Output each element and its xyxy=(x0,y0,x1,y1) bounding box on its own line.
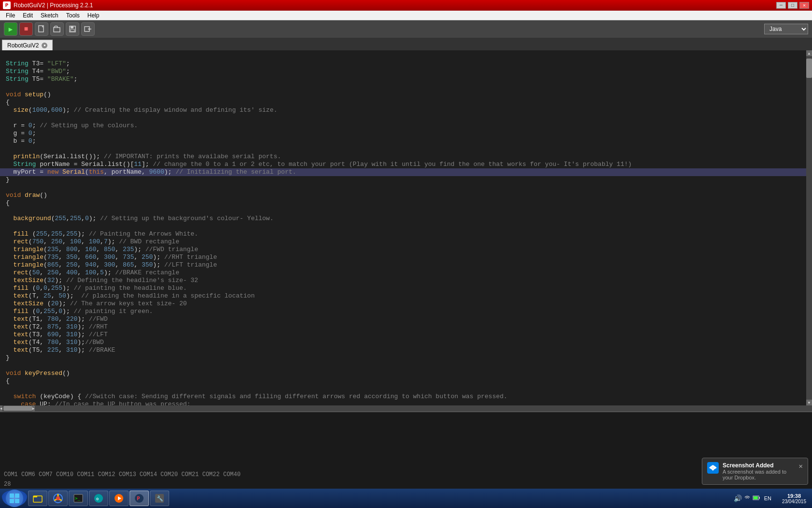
taskbar: >_ ⚙ P 🔧 🔊 xyxy=(0,489,812,508)
menu-file[interactable]: File xyxy=(2,12,19,19)
menu-tools[interactable]: Tools xyxy=(62,12,84,19)
svg-rect-7 xyxy=(10,493,14,498)
run-button[interactable]: ▶ xyxy=(4,22,17,36)
taskbar-processing-button[interactable]: P xyxy=(130,491,149,506)
tab-label: RobotGuiV2 xyxy=(7,42,39,49)
code-line: fill (255,255,255); // Painting the Arro… xyxy=(0,230,806,238)
code-line: String T4= "BWD"; xyxy=(0,68,806,75)
taskbar-media-button[interactable] xyxy=(109,491,129,506)
code-line xyxy=(0,362,806,370)
scroll-thumb[interactable] xyxy=(806,59,812,78)
tray-volume-icon[interactable]: 🔊 xyxy=(734,494,742,503)
code-line: r = 0; // Setting up the colours. xyxy=(0,122,806,130)
new-button[interactable] xyxy=(35,22,48,36)
code-line: rect(750, 250, 100, 100,7); // BWD recta… xyxy=(0,238,806,246)
code-line: void draw() xyxy=(0,192,806,199)
tray-network-icon[interactable] xyxy=(744,494,751,502)
dropbox-icon xyxy=(707,462,719,474)
code-line xyxy=(0,207,806,215)
title-bar-left: P RobotGuiV2 | Processing 2.2.1 xyxy=(3,1,93,9)
export-button[interactable] xyxy=(81,22,95,36)
open-button[interactable] xyxy=(50,22,64,36)
scroll-left-arrow[interactable]: ◄ xyxy=(0,405,2,411)
clock-time: 19:38 xyxy=(782,493,806,499)
svg-rect-8 xyxy=(15,493,19,498)
scroll-right-arrow[interactable]: ► xyxy=(32,405,35,411)
svg-rect-1 xyxy=(54,28,60,32)
code-line xyxy=(0,385,806,393)
hscroll-thumb[interactable] xyxy=(3,406,32,411)
code-line: g = 0; xyxy=(0,130,806,137)
dropbox-notification-body: A screenshot was added to your Dropbox. xyxy=(723,469,795,480)
save-button[interactable] xyxy=(66,22,79,36)
code-line: String portName = Serial.list()[11]; // … xyxy=(0,161,806,168)
com-ports-display: COM1 COM6 COM7 COM10 COM11 COM12 COM13 C… xyxy=(0,469,812,480)
code-editor-scroll[interactable]: String T3= "LFT"; String T4= "BWD"; Stri… xyxy=(0,50,806,405)
tray-battery-icon[interactable] xyxy=(753,494,760,502)
code-line xyxy=(0,52,806,60)
tab-bar: RobotGuiV2 ● xyxy=(0,38,812,50)
bottom-panel: COM1 COM6 COM7 COM10 COM11 COM12 COM13 C… xyxy=(0,411,812,489)
scroll-track[interactable] xyxy=(806,56,812,400)
code-line: text(T4, 780, 310);//BWD xyxy=(0,339,806,346)
window-controls: ─ □ ✕ xyxy=(776,2,809,9)
menu-edit[interactable]: Edit xyxy=(19,12,37,19)
svg-rect-26 xyxy=(759,497,760,499)
taskbar-tool-button[interactable]: 🔧 xyxy=(150,491,169,506)
svg-rect-9 xyxy=(10,499,14,503)
code-line: text(T1, 780, 220); //FWD xyxy=(0,315,806,323)
svg-text:⚙: ⚙ xyxy=(96,496,99,501)
code-line xyxy=(0,184,806,192)
vertical-scrollbar[interactable]: ▲ ▼ xyxy=(806,50,812,405)
taskbar-arduino-button[interactable]: ⚙ xyxy=(89,491,108,506)
code-line: text(T5, 225, 310); //BRAKE xyxy=(0,346,806,354)
taskbar-chrome-button[interactable] xyxy=(48,491,68,506)
code-line: text(T, 25, 50); // placing the headline… xyxy=(0,292,806,300)
code-line: { xyxy=(0,199,806,207)
dropbox-close-button[interactable]: ✕ xyxy=(799,462,803,470)
scroll-down-arrow[interactable]: ▼ xyxy=(806,400,812,405)
code-line xyxy=(0,114,806,122)
svg-text:P: P xyxy=(137,495,140,502)
dropbox-notification: Screenshot Added A screenshot was added … xyxy=(702,458,808,485)
minimize-button[interactable]: ─ xyxy=(776,2,786,9)
stop-button[interactable]: ■ xyxy=(19,22,33,36)
tab-robotguiv2[interactable]: RobotGuiV2 ● xyxy=(2,40,53,50)
tab-close-button[interactable]: ● xyxy=(42,43,47,48)
code-line: { xyxy=(0,99,806,106)
code-line: println(Serial.list()); // IMPORTANT: pr… xyxy=(0,153,806,161)
start-button[interactable] xyxy=(2,490,27,507)
svg-text:🔧: 🔧 xyxy=(157,495,163,502)
taskbar-explorer-button[interactable] xyxy=(28,491,47,506)
menu-sketch[interactable]: Sketch xyxy=(37,12,62,19)
console-area xyxy=(0,412,812,469)
menu-help[interactable]: Help xyxy=(84,12,103,19)
code-line: { xyxy=(0,377,806,385)
code-editor: String T3= "LFT"; String T4= "BWD"; Stri… xyxy=(0,50,806,405)
close-button[interactable]: ✕ xyxy=(799,2,809,9)
maximize-button[interactable]: □ xyxy=(788,2,798,9)
toolbar: ▶ ■ Java JavaScript Python xyxy=(0,20,812,38)
editor-container: String T3= "LFT"; String T4= "BWD"; Stri… xyxy=(0,50,812,405)
code-line: text(T3, 690, 310); //LFT xyxy=(0,331,806,339)
svg-rect-12 xyxy=(33,496,37,497)
svg-rect-27 xyxy=(754,496,758,499)
dropbox-notification-text: Screenshot Added A screenshot was added … xyxy=(723,462,795,480)
horizontal-scrollbar[interactable]: ◄ ► xyxy=(0,405,812,411)
code-line: void keyPressed() xyxy=(0,370,806,377)
code-line: switch (keyCode) { //Switch case: Sendin… xyxy=(0,393,806,401)
clock-date: 23/04/2015 xyxy=(782,499,806,504)
svg-rect-10 xyxy=(15,499,19,503)
code-line: String T5= "BRAKE"; xyxy=(0,75,806,83)
scroll-up-arrow[interactable]: ▲ xyxy=(806,50,812,56)
code-line xyxy=(0,83,806,91)
title-bar: P RobotGuiV2 | Processing 2.2.1 ─ □ ✕ xyxy=(0,0,812,11)
system-clock[interactable]: 19:38 23/04/2015 xyxy=(778,493,810,504)
code-line: fill (0,255,0); // painting it green. xyxy=(0,308,806,315)
language-selector[interactable]: Java JavaScript Python xyxy=(764,24,808,34)
code-line: } xyxy=(0,176,806,184)
window-title: RobotGuiV2 | Processing 2.2.1 xyxy=(14,2,93,9)
tray-language-indicator[interactable]: EN xyxy=(762,495,773,501)
code-line: case UP: //In case the UP button was pre… xyxy=(0,401,806,405)
taskbar-terminal-button[interactable]: >_ xyxy=(69,491,88,506)
